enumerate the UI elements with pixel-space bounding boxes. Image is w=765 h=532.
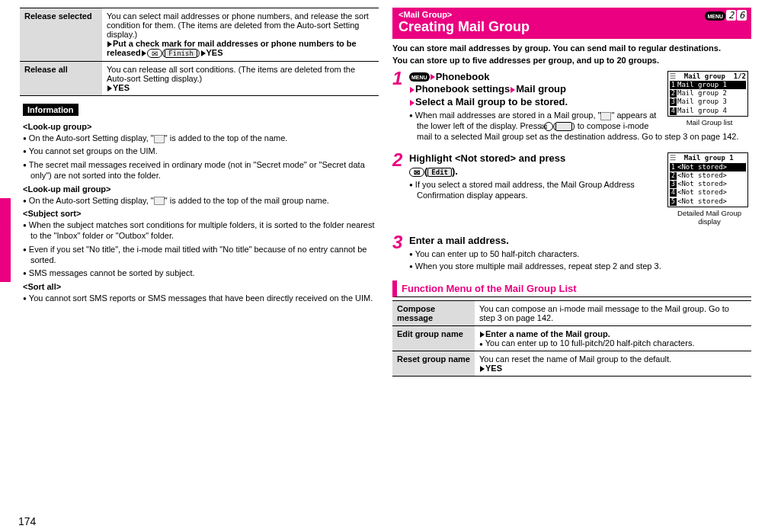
text-bold: Enter a name of the Mail group. <box>485 329 610 338</box>
mail-indicator-icon <box>600 112 611 120</box>
table-row: Reset group name You can reset the name … <box>392 351 751 377</box>
text: You can select mail addresses or phone n… <box>107 11 369 39</box>
release-all-desc: You can release all sort conditions. (Th… <box>102 62 379 96</box>
lookup-mailgroup-heading: <Look-up mail group> <box>23 184 379 194</box>
step-number: 3 <box>392 232 402 253</box>
text: You can release all sort conditions. (Th… <box>107 65 355 83</box>
side-tab-mail <box>0 198 11 282</box>
arrow-icon <box>410 100 415 106</box>
release-selected-desc: You can select mail addresses or phone n… <box>102 8 379 62</box>
section-subtitle: <Mail Group> <box>399 10 745 19</box>
intro-line: You can store up to five addresses per g… <box>392 56 751 66</box>
group-icon <box>154 135 165 143</box>
table-row: Edit group name Enter a name of the Mail… <box>392 326 751 351</box>
edit-group-name-desc: Enter a name of the Mail group. ● You ca… <box>475 326 751 351</box>
info-bullet: On the Auto-sort Setting display, "" is … <box>23 133 379 143</box>
sort-all-heading: <Sort all> <box>23 282 379 291</box>
softkey-edit: Edit <box>427 168 452 177</box>
subject-sort-heading: <Subject sort> <box>23 209 379 218</box>
function-menu-header: Function Menu of the Mail Group List <box>392 280 751 297</box>
intro-text: You can store mail addresses by group. Y… <box>392 43 751 66</box>
yes-label: YES <box>113 83 130 92</box>
release-all-label: Release all <box>20 62 102 96</box>
right-column: MENU26 <Mail Group> Creating Mail Group … <box>392 8 751 377</box>
softkey-finish: Finish <box>165 49 197 58</box>
section-title: Creating Mail Group <box>399 19 745 35</box>
intro-line: You can store mail addresses by group. Y… <box>392 43 751 54</box>
info-bullet: You cannot set groups on the UIM. <box>23 146 379 156</box>
screenshot-mail-group-list: ☰Mail group1/2 1Mail group 1 2Mail group… <box>667 71 751 127</box>
edit-group-name-label: Edit group name <box>392 326 475 351</box>
yes-label: YES <box>485 364 502 373</box>
shortcut-digit: 2 <box>726 10 736 21</box>
mailgroup-icon <box>154 197 165 205</box>
step-number: 2 <box>392 149 402 171</box>
side-tab-label: Mail <box>0 216 10 237</box>
step-body: You can enter up to 50 half-pitch charac… <box>409 249 751 272</box>
list-item: 5<Not stored> <box>670 197 746 206</box>
arrow-icon <box>431 74 435 80</box>
list-item: 2Mail group 2 <box>670 89 746 98</box>
lookup-group-heading: <Look-up group> <box>23 122 379 131</box>
scr-page: 1/2 <box>734 72 746 81</box>
information-badge: Information <box>23 104 78 116</box>
table-row: Release all You can release all sort con… <box>20 62 379 96</box>
info-bullet: When the subject matches sort conditions… <box>23 220 379 242</box>
text: You can reset the name of Mail group to … <box>479 354 671 364</box>
yes-label: YES <box>206 48 223 57</box>
arrow-icon <box>480 366 485 372</box>
compose-message-label: Compose message <box>392 301 475 326</box>
header-shortcut: MENU26 <box>705 10 747 21</box>
left-column: Release selected You can select mail add… <box>20 8 379 377</box>
arrow-icon <box>511 87 515 93</box>
compose-message-desc: You can compose an i-mode mail message t… <box>475 301 751 326</box>
info-bullet: The secret mail messages received in ord… <box>23 159 379 181</box>
list-item: 3Mail group 3 <box>670 98 746 106</box>
table-row: Release selected You can select mail add… <box>20 8 379 62</box>
screenshot-caption: Detailed Mail Group display <box>677 209 741 226</box>
step-bullet: When you store multiple mail addresses, … <box>409 261 751 272</box>
info-bullet: On the Auto-sort Setting display, "" is … <box>23 195 379 206</box>
step-number: 1 <box>392 68 402 89</box>
list-item: 4<Not stored> <box>670 188 746 197</box>
list-item: 1Mail group 1 <box>670 81 746 89</box>
text: You can enter up to 10 full-pitch/20 hal… <box>485 338 695 348</box>
step-2: 2 ☰Mail group 1 1<Not stored> 2<Not stor… <box>392 152 751 226</box>
arrow-icon <box>410 87 415 93</box>
scr-title: Mail group <box>684 72 725 81</box>
step-3: 3 Enter a mail address. You can enter up… <box>392 235 751 271</box>
release-table: Release selected You can select mail add… <box>20 8 379 96</box>
mail-key-icon <box>409 168 424 177</box>
menu-key-icon: MENU <box>409 72 430 82</box>
arrow-icon <box>480 332 485 338</box>
screenshot-detailed-mail-group: ☰Mail group 1 1<Not stored> 2<Not stored… <box>667 152 751 226</box>
table-row: Compose message You can compose an i-mod… <box>392 301 751 326</box>
softkey-blank <box>555 122 572 131</box>
info-bullet: You cannot sort SMS reports or SMS messa… <box>23 293 379 303</box>
release-selected-label: Release selected <box>20 8 102 62</box>
info-bullet: SMS messages cannot be sorted by subject… <box>23 268 379 278</box>
scr-title: Mail group 1 <box>684 154 734 162</box>
list-item: 1<Not stored> <box>670 163 746 171</box>
list-item: 2<Not stored> <box>670 171 746 180</box>
function-menu-table: Compose message You can compose an i-mod… <box>392 300 751 377</box>
menu-key-icon: MENU <box>705 11 725 21</box>
step-1: 1 ☰Mail group1/2 1Mail group 1 2Mail gro… <box>392 71 751 144</box>
information-block: <Look-up group> On the Auto-sort Setting… <box>20 122 379 303</box>
arrow-icon <box>201 50 206 56</box>
reset-group-name-label: Reset group name <box>392 351 475 377</box>
arrow-icon <box>107 41 112 47</box>
list-item: 3<Not stored> <box>670 180 746 188</box>
step-bullet: You can enter up to 50 half-pitch charac… <box>409 249 751 260</box>
section-header: MENU26 <Mail Group> Creating Mail Group <box>392 8 751 39</box>
step-title: Enter a mail address. <box>409 235 751 248</box>
reset-group-name-desc: You can reset the name of Mail group to … <box>475 351 751 377</box>
shortcut-digit: 6 <box>737 10 747 21</box>
mail-key-icon <box>147 49 162 58</box>
arrow-icon <box>142 50 146 56</box>
list-item: 4Mail group 4 <box>670 107 746 115</box>
arrow-icon <box>107 85 112 91</box>
info-bullet: Even if you set "No title", the i-mode m… <box>23 244 379 266</box>
page-number: 174 <box>18 515 36 527</box>
screenshot-caption: Mail Group list <box>687 118 733 127</box>
